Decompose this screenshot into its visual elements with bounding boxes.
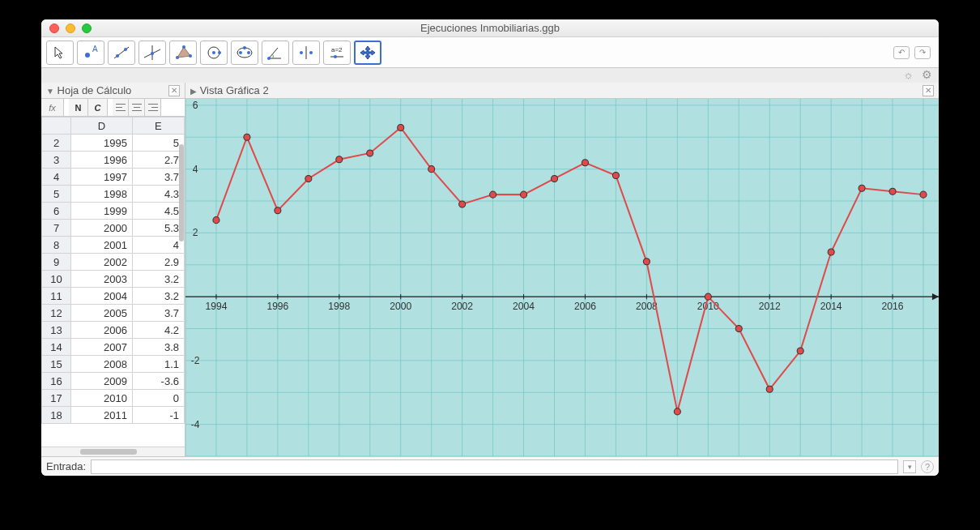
spreadsheet-grid[interactable]: D E 219955319962.7419973.7519984.3619994… <box>41 117 185 447</box>
cell[interactable]: 1997 <box>71 169 133 186</box>
align-left-button[interactable] <box>113 99 129 116</box>
cell[interactable]: 5.3 <box>132 220 184 237</box>
cell[interactable]: 3.8 <box>132 339 184 356</box>
gear-icon[interactable]: ⚙ <box>922 68 932 81</box>
bold-button[interactable]: N <box>69 99 88 116</box>
table-row[interactable]: 162009-3.6 <box>42 373 185 390</box>
perpendicular-tool[interactable] <box>138 41 166 65</box>
table-row[interactable]: 720005.3 <box>42 220 185 237</box>
spreadsheet-panel-tab[interactable]: ▼ Hoja de Cálculo ✕ <box>41 83 185 98</box>
row-header[interactable]: 14 <box>42 339 71 356</box>
settings-icon[interactable]: ☼ <box>903 68 914 81</box>
table-row[interactable]: 519984.3 <box>42 186 185 203</box>
row-header[interactable]: 2 <box>42 135 71 152</box>
align-center-button[interactable] <box>129 99 145 116</box>
cell[interactable]: 2002 <box>71 254 133 271</box>
table-row[interactable]: 319962.7 <box>42 152 185 169</box>
row-header[interactable]: 12 <box>42 305 71 322</box>
col-header-d[interactable]: D <box>71 118 133 135</box>
cell[interactable]: 2010 <box>71 390 133 407</box>
cell[interactable]: 1998 <box>71 186 133 203</box>
reflect-tool[interactable] <box>292 41 320 65</box>
row-header[interactable]: 6 <box>42 203 71 220</box>
row-header[interactable]: 11 <box>42 288 71 305</box>
row-header[interactable]: 17 <box>42 390 71 407</box>
table-row[interactable]: 1720100 <box>42 390 185 407</box>
cell[interactable]: 3.7 <box>132 169 184 186</box>
table-row[interactable]: 1520081.1 <box>42 356 185 373</box>
table-row[interactable]: 1320064.2 <box>42 322 185 339</box>
table-row[interactable]: 619994.5 <box>42 203 185 220</box>
slider-tool[interactable]: a=2 <box>323 41 351 65</box>
row-header[interactable]: 9 <box>42 254 71 271</box>
cell[interactable]: 1.1 <box>132 356 184 373</box>
cell[interactable]: -1 <box>132 407 184 424</box>
cell[interactable]: 4.2 <box>132 322 184 339</box>
move-tool[interactable] <box>46 41 74 65</box>
col-header-e[interactable]: E <box>132 118 184 135</box>
cell[interactable]: 1995 <box>71 135 133 152</box>
row-header[interactable]: 8 <box>42 237 71 254</box>
graphics-panel-tab[interactable]: ▶ Vista Gráfica 2 ✕ <box>185 83 939 98</box>
cell[interactable]: 4 <box>132 237 184 254</box>
align-right-button[interactable] <box>145 99 161 116</box>
chart-canvas[interactable]: 1994199619982000200220042006200820102012… <box>185 99 939 456</box>
table-row[interactable]: 1120043.2 <box>42 288 185 305</box>
table-row[interactable]: 1420073.8 <box>42 339 185 356</box>
table-row[interactable]: 820014 <box>42 237 185 254</box>
cell[interactable]: 5 <box>132 135 184 152</box>
cell[interactable]: 2003 <box>71 271 133 288</box>
cell[interactable]: 0 <box>132 390 184 407</box>
input-dropdown-button[interactable]: ▾ <box>903 460 916 473</box>
row-header[interactable]: 5 <box>42 186 71 203</box>
cell[interactable]: 3.2 <box>132 288 184 305</box>
cell[interactable]: 2.7 <box>132 152 184 169</box>
table-row[interactable]: 920022.9 <box>42 254 185 271</box>
cell[interactable]: 4.3 <box>132 186 184 203</box>
row-header[interactable]: 18 <box>42 407 71 424</box>
graphics-view[interactable]: 1994199619982000200220042006200820102012… <box>185 99 939 456</box>
cell[interactable]: 2007 <box>71 339 133 356</box>
cell[interactable]: 3.2 <box>132 271 184 288</box>
table-row[interactable]: 1020033.2 <box>42 271 185 288</box>
line-tool[interactable] <box>108 41 135 65</box>
cell[interactable]: 2008 <box>71 356 133 373</box>
cell[interactable]: -3.6 <box>132 373 184 390</box>
row-header[interactable]: 10 <box>42 271 71 288</box>
cell[interactable]: 2001 <box>71 237 133 254</box>
horizontal-scrollbar[interactable] <box>41 447 185 456</box>
table-row[interactable]: 1220053.7 <box>42 305 185 322</box>
row-header[interactable]: 4 <box>42 169 71 186</box>
cell[interactable]: 1996 <box>71 152 133 169</box>
cell[interactable]: 2009 <box>71 373 133 390</box>
cell[interactable]: 2005 <box>71 305 133 322</box>
row-header[interactable]: 7 <box>42 220 71 237</box>
cell[interactable]: 3.7 <box>132 305 184 322</box>
italic-button[interactable]: C <box>88 99 108 116</box>
cell[interactable]: 2004 <box>71 288 133 305</box>
move-view-tool[interactable] <box>354 41 381 65</box>
cell[interactable]: 1999 <box>71 203 133 220</box>
vertical-scrollbar-thumb[interactable] <box>179 144 184 241</box>
table-row[interactable]: 419973.7 <box>42 169 185 186</box>
polygon-tool[interactable] <box>169 41 197 65</box>
ellipse-tool[interactable] <box>231 41 258 65</box>
fx-button[interactable]: fx <box>41 99 64 116</box>
circle-tool[interactable] <box>200 41 228 65</box>
corner-cell[interactable] <box>42 118 71 135</box>
command-input[interactable] <box>91 459 898 474</box>
help-button[interactable]: ? <box>921 460 934 473</box>
angle-tool[interactable] <box>262 41 289 65</box>
horizontal-scrollbar-thumb[interactable] <box>80 449 137 455</box>
table-row[interactable]: 219955 <box>42 135 185 152</box>
redo-button[interactable]: ↷ <box>914 46 931 59</box>
cell[interactable]: 2.9 <box>132 254 184 271</box>
row-header[interactable]: 3 <box>42 152 71 169</box>
row-header[interactable]: 15 <box>42 356 71 373</box>
point-tool[interactable]: A <box>77 41 104 65</box>
cell[interactable]: 4.5 <box>132 203 184 220</box>
cell[interactable]: 2011 <box>71 407 133 424</box>
undo-button[interactable]: ↶ <box>893 46 910 59</box>
row-header[interactable]: 16 <box>42 373 71 390</box>
cell[interactable]: 2000 <box>71 220 133 237</box>
